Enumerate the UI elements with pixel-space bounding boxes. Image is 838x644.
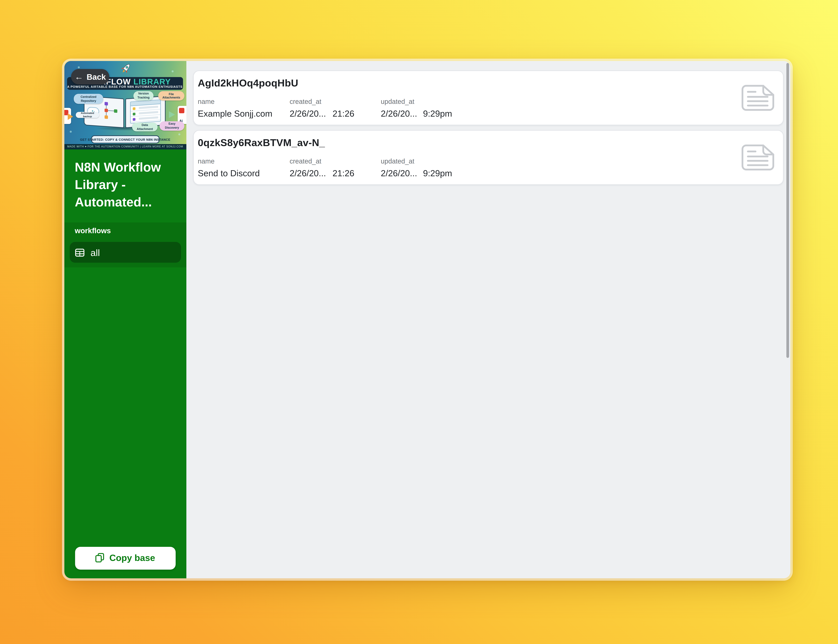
cover-footnote: MADE WITH ♥ FOR THE AUTOMATION COMMUNITY…	[64, 144, 186, 149]
chip-icon	[133, 107, 135, 110]
desktop-background: RKFLOWLIBRARY A POWERFUL AIRTABLE BASE F…	[0, 0, 838, 644]
field-value-name: Send to Discord	[198, 168, 290, 179]
n8n-logo-icon	[64, 110, 68, 115]
chip-icon	[133, 112, 135, 115]
field-value-updated-time: 9:29pm	[423, 108, 736, 119]
field-value-created-time: 21:26	[333, 168, 381, 179]
records-panel: AgId2kHOq4poqHbU name created_at updated…	[186, 61, 790, 578]
flow-line	[108, 110, 114, 112]
flow-node-icon	[105, 108, 108, 112]
field-value-updated-date: 2/26/20...	[381, 168, 423, 179]
arrow-right-icon	[68, 113, 73, 120]
back-label: Back	[87, 72, 106, 81]
record-card[interactable]: AgId2kHOq4poqHbU name created_at updated…	[193, 70, 784, 125]
base-cover-image: RKFLOWLIBRARY A POWERFUL AIRTABLE BASE F…	[64, 61, 186, 149]
tables-section: workflows all	[64, 222, 186, 268]
copy-base-button[interactable]: Copy base	[75, 547, 176, 569]
record-title: AgId2kHOq4poqHbU	[198, 77, 736, 89]
airtable-logo-icon	[179, 108, 184, 113]
bubble-easy-discovery: Easy Discovery	[160, 121, 184, 130]
bubble-centralized-repository: Centralized Repository	[74, 94, 103, 104]
tables-section-label: workflows	[75, 227, 111, 235]
banner-title-accent: LIBRARY	[133, 77, 171, 86]
flow-node-icon	[105, 115, 108, 119]
flow-node-icon	[114, 109, 117, 113]
record-card[interactable]: 0qzkS8y6RaxBTVM_av-N_ name created_at up…	[193, 130, 784, 185]
field-values-row: Send to Discord 2/26/20... 21:26 2/26/20…	[198, 168, 736, 179]
record-title: 0qzkS8y6RaxBTVM_av-N_	[198, 136, 736, 148]
deco-dot	[78, 66, 80, 68]
field-label-updated-at: updated_at	[381, 157, 736, 165]
record-list: AgId2kHOq4poqHbU name created_at updated…	[193, 70, 784, 185]
copy-icon	[95, 553, 105, 563]
document-icon	[741, 84, 774, 110]
scrollbar-thumb[interactable]	[786, 63, 789, 358]
field-labels-row: name created_at updated_at	[198, 157, 736, 165]
chip-icon	[133, 118, 135, 120]
bubble-file-attachments: File Attachments	[158, 91, 184, 100]
field-value-name: Example Sonjj.com	[198, 108, 290, 119]
field-value-created-time: 21:26	[333, 108, 381, 119]
field-label-updated-at: updated_at	[381, 97, 736, 105]
back-button[interactable]: ← Back	[71, 69, 109, 84]
field-value-updated-time: 9:29pm	[423, 168, 736, 179]
mini-table-illustration	[130, 100, 161, 124]
deco-dot	[178, 133, 180, 135]
back-arrow-icon: ←	[74, 72, 83, 81]
table-icon	[75, 248, 84, 256]
arrow-right-icon	[169, 111, 175, 118]
bubble-data-attachment: Data Attachment	[132, 123, 158, 131]
field-labels-row: name created_at updated_at	[198, 97, 736, 105]
document-icon	[741, 144, 774, 170]
base-title: N8N Workflow Library - Automated...	[75, 159, 177, 211]
rocket-icon	[121, 62, 132, 74]
field-value-created-date: 2/26/20...	[290, 108, 333, 119]
cover-cta-banner: GET STARTED: COPY & CONNECT YOUR N8N INS…	[91, 135, 159, 143]
bubble-automated-backup: Automated backup	[76, 112, 99, 118]
field-value-created-date: 2/26/20...	[290, 168, 333, 179]
cover-banner-subtitle: A POWERFUL AIRTABLE BASE FOR N8N AUTOMAT…	[67, 85, 183, 89]
field-value-updated-date: 2/26/20...	[381, 108, 423, 119]
sidebar-item-all[interactable]: all	[70, 242, 181, 263]
field-values-row: Example Sonjj.com 2/26/20... 21:26 2/26/…	[198, 108, 736, 119]
field-label-created-at: created_at	[290, 157, 381, 165]
deco-dot	[70, 131, 72, 133]
bubble-version-tracking: Version Tracking	[133, 91, 153, 100]
field-label-name: name	[198, 97, 290, 105]
field-label-name: name	[198, 157, 290, 165]
sidebar: RKFLOWLIBRARY A POWERFUL AIRTABLE BASE F…	[64, 61, 186, 578]
shared-base-window: RKFLOWLIBRARY A POWERFUL AIRTABLE BASE F…	[64, 61, 790, 578]
sidebar-item-label: all	[91, 247, 100, 258]
field-label-created-at: created_at	[290, 97, 381, 105]
flow-node-icon	[105, 102, 108, 105]
copy-base-label: Copy base	[109, 553, 155, 563]
deco-dot	[171, 71, 174, 72]
